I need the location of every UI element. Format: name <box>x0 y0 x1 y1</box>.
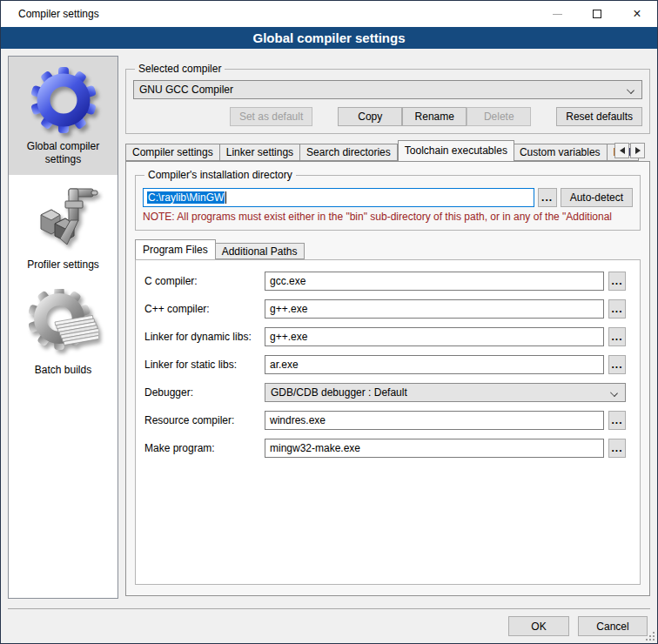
dynamic-linker-browse-button[interactable]: ... <box>608 327 626 346</box>
minimize-icon <box>553 14 562 15</box>
tab-toolchain-executables[interactable]: Toolchain executables <box>398 140 514 161</box>
selected-compiler-legend: Selected compiler <box>135 63 225 75</box>
caliper-icon <box>29 184 98 253</box>
compiler-select[interactable]: GNU GCC Compiler <box>133 80 642 99</box>
static-linker-input[interactable]: ar.exe <box>265 355 604 374</box>
tab-additional-paths[interactable]: Additional Paths <box>215 243 306 259</box>
minimize-button[interactable] <box>537 1 577 27</box>
program-files-page: C compiler: gcc.exe ... C++ compiler: g+… <box>135 259 641 585</box>
gray-gear-stack-icon <box>29 289 98 359</box>
main-panel: Selected compiler GNU GCC Compiler Set a… <box>125 56 650 605</box>
debugger-label: Debugger: <box>144 386 265 399</box>
text-caret <box>225 191 226 204</box>
arrow-right-icon <box>635 147 641 154</box>
browse-directory-button[interactable]: ... <box>538 188 557 207</box>
chevron-down-icon <box>610 389 618 397</box>
static-linker-browse-button[interactable]: ... <box>608 355 626 374</box>
cpp-compiler-input[interactable]: g++.exe <box>265 299 604 319</box>
installation-directory-group: Compiler's installation directory C:\ray… <box>135 169 641 231</box>
dynamic-linker-input[interactable]: g++.exe <box>265 327 604 346</box>
dynamic-linker-label: Linker for dynamic libs: <box>144 331 265 343</box>
c-compiler-row: C compiler: gcc.exe ... <box>144 271 626 291</box>
debugger-select-value: GDB/CDB debugger : Default <box>271 386 407 399</box>
maximize-icon <box>593 10 601 18</box>
debugger-select[interactable]: GDB/CDB debugger : Default <box>265 383 626 402</box>
compiler-settings-dialog: Compiler settings × Global compiler sett… <box>0 0 658 644</box>
close-button[interactable]: × <box>617 1 657 27</box>
close-icon: × <box>633 7 641 21</box>
static-linker-row: Linker for static libs: ar.exe ... <box>144 354 626 374</box>
settings-tabstrip: Compiler settings Linker settings Search… <box>125 140 650 161</box>
c-compiler-label: C compiler: <box>144 275 265 287</box>
set-as-default-button[interactable]: Set as default <box>230 107 312 126</box>
resource-compiler-label: Resource compiler: <box>144 414 265 426</box>
tab-scroll-right-button[interactable] <box>630 143 645 158</box>
dialog-header: Global compiler settings <box>1 27 657 49</box>
tab-scroll-left-button[interactable] <box>614 143 629 158</box>
installation-directory-value: C:\raylib\MinGW <box>147 191 225 204</box>
cpp-compiler-row: C++ compiler: g++.exe ... <box>144 299 626 319</box>
static-linker-label: Linker for static libs: <box>144 359 265 371</box>
installation-directory-row: C:\raylib\MinGW ... Auto-detect <box>143 188 633 207</box>
make-program-value: mingw32-make.exe <box>270 442 360 454</box>
ok-button[interactable]: OK <box>508 616 569 636</box>
tab-search-directories[interactable]: Search directories <box>300 144 398 161</box>
footer: OK Cancel <box>1 609 657 643</box>
installation-directory-legend: Compiler's installation directory <box>144 169 296 181</box>
sidebar-item-batch-builds[interactable]: Batch builds <box>9 280 118 386</box>
resource-compiler-row: Resource compiler: windres.exe ... <box>144 410 626 430</box>
make-program-row: Make program: mingw32-make.exe ... <box>144 438 626 458</box>
sidebar-item-global-compiler-settings[interactable]: Global compiler settings <box>9 57 118 175</box>
tab-scroll-arrows <box>614 143 645 158</box>
window-controls: × <box>537 1 657 27</box>
compiler-buttons-row: Set as default Copy Rename Delete Reset … <box>133 107 642 126</box>
resource-compiler-browse-button[interactable]: ... <box>608 411 626 430</box>
c-compiler-value: gcc.exe <box>270 275 306 287</box>
tab-program-files[interactable]: Program Files <box>135 239 216 259</box>
selected-compiler-group: Selected compiler GNU GCC Compiler Set a… <box>125 63 650 134</box>
titlebar: Compiler settings × <box>1 1 657 27</box>
dialog-header-title: Global compiler settings <box>252 30 405 45</box>
dialog-content: Global compiler settings Profiler settin… <box>1 49 657 605</box>
make-program-label: Make program: <box>144 442 265 454</box>
sidebar-item-label: Global compiler settings <box>12 140 114 166</box>
delete-button[interactable]: Delete <box>467 107 531 126</box>
make-program-browse-button[interactable]: ... <box>608 439 626 458</box>
chevron-down-icon <box>627 86 634 94</box>
copy-button[interactable]: Copy <box>338 107 402 126</box>
settings-category-list: Global compiler settings Profiler settin… <box>8 56 118 599</box>
reset-defaults-button[interactable]: Reset defaults <box>556 107 642 126</box>
make-program-input[interactable]: mingw32-make.exe <box>265 439 604 458</box>
program-files-tabstrip: Program Files Additional Paths <box>135 239 641 259</box>
debugger-row: Debugger: GDB/CDB debugger : Default <box>144 382 626 402</box>
installation-directory-input[interactable]: C:\raylib\MinGW <box>143 188 534 207</box>
cpp-compiler-value: g++.exe <box>270 303 307 315</box>
dynamic-linker-value: g++.exe <box>270 331 307 343</box>
cpp-compiler-label: C++ compiler: <box>144 303 265 315</box>
c-compiler-input[interactable]: gcc.exe <box>265 272 604 291</box>
resource-compiler-value: windres.exe <box>270 414 326 426</box>
compiler-select-value: GNU GCC Compiler <box>139 84 233 96</box>
bin-subdirectory-note: NOTE: All programs must exist either in … <box>143 211 633 223</box>
cancel-button[interactable]: Cancel <box>578 616 648 636</box>
resize-grip-icon[interactable] <box>646 632 655 641</box>
static-linker-value: ar.exe <box>270 359 299 371</box>
rename-button[interactable]: Rename <box>402 107 467 126</box>
sidebar-item-label: Profiler settings <box>12 258 114 272</box>
arrow-left-icon <box>620 147 625 154</box>
tab-linker-settings[interactable]: Linker settings <box>220 144 300 161</box>
sidebar-item-label: Batch builds <box>12 364 114 377</box>
sidebar-item-profiler-settings[interactable]: Profiler settings <box>9 175 118 280</box>
blue-gear-icon <box>29 65 98 135</box>
window-title: Compiler settings <box>1 8 99 20</box>
cpp-compiler-browse-button[interactable]: ... <box>608 299 626 319</box>
tab-custom-variables[interactable]: Custom variables <box>514 144 608 161</box>
auto-detect-button[interactable]: Auto-detect <box>561 188 633 207</box>
resource-compiler-input[interactable]: windres.exe <box>265 411 604 430</box>
toolchain-executables-page: Compiler's installation directory C:\ray… <box>125 161 650 596</box>
tab-compiler-settings[interactable]: Compiler settings <box>125 144 220 161</box>
c-compiler-browse-button[interactable]: ... <box>608 272 626 291</box>
dynamic-linker-row: Linker for dynamic libs: g++.exe ... <box>144 326 626 346</box>
maximize-button[interactable] <box>577 1 617 27</box>
